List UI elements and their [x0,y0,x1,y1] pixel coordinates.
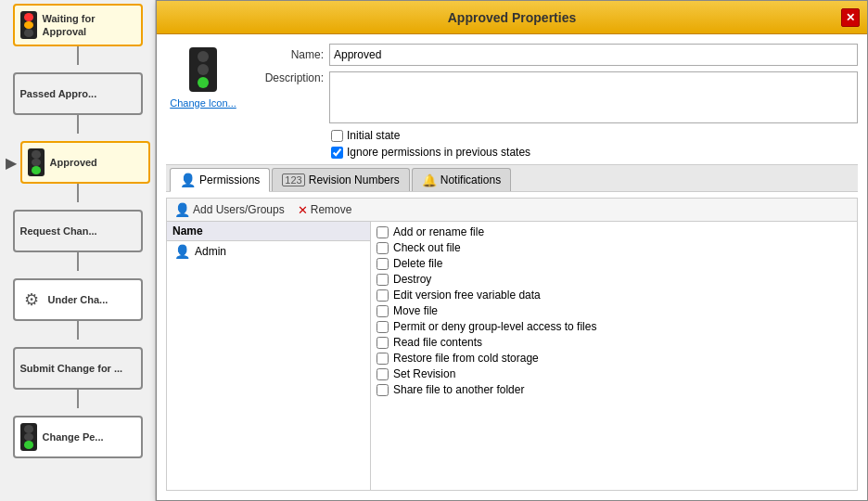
workflow-node-approved[interactable]: Approved [20,141,150,184]
submit-change-label: Submit Change for ... [20,362,123,375]
approved-label: Approved [50,156,97,169]
perm-edit-version-checkbox[interactable] [377,289,389,302]
workflow-item-under[interactable]: ⚙ Under Cha... [0,275,155,343]
permissions-body: Name 👤 Admin Add or rename file Check ou… [167,222,857,490]
admin-user-label: Admin [195,245,226,258]
workflow-node-change-pe[interactable]: Change Pe... [13,416,143,458]
permissions-tab-content: 👤 Add Users/Groups ✕ Remove Name 👤 Admin [166,198,858,491]
checkboxes-section: Initial state Ignore permissions in prev… [249,129,858,159]
perm-permit-deny-checkbox[interactable] [377,321,389,333]
add-users-icon: 👤 [174,202,190,217]
tab-permissions[interactable]: 👤 Permissions [170,168,270,192]
revision-tab-label: Revision Numbers [309,173,400,186]
perm-checkout-label: Check out file [393,241,461,254]
perm-destroy-checkbox[interactable] [377,274,389,286]
initial-state-label: Initial state [347,129,400,142]
workflow-node-passed[interactable]: Passed Appro... [13,72,143,115]
perm-share: Share file to another folder [377,383,851,396]
workflow-item-submit[interactable]: Submit Change for ... [0,343,155,412]
form-top: Change Icon... Name: Description: Initia… [166,44,858,159]
workflow-node-under[interactable]: ⚙ Under Cha... [13,278,143,321]
perm-share-checkbox[interactable] [377,384,389,396]
state-icon-large [189,47,217,92]
perm-edit-version-label: Edit version free variable data [393,289,541,302]
revision-tab-icon: 123 [282,173,304,186]
dialog-title: Approved Properties [183,10,841,25]
change-pe-label: Change Pe... [43,430,104,443]
perm-checkout-checkbox[interactable] [377,242,389,254]
traffic-light-green2-icon [20,423,37,451]
add-users-btn[interactable]: 👤 Add Users/Groups [174,202,285,217]
perm-edit-version: Edit version free variable data [377,289,851,302]
workflow-node-waiting[interactable]: Waiting forApproval [13,4,143,46]
initial-state-checkbox[interactable] [331,130,343,142]
users-list: Name 👤 Admin [167,222,371,490]
add-users-label: Add Users/Groups [193,203,285,216]
permissions-tab-label: Permissions [199,173,260,186]
gear-icon: ⚙ [20,289,43,311]
description-label: Description: [249,71,324,84]
description-textarea[interactable] [329,71,858,123]
user-item-admin[interactable]: 👤 Admin [167,241,370,262]
perm-destroy-label: Destroy [393,273,431,286]
workflow-item-passed[interactable]: Passed Appro... [0,69,155,137]
close-button[interactable]: ✕ [841,8,860,27]
perm-delete-label: Delete file [393,257,442,270]
description-field-row: Description: [249,71,858,123]
perm-permit-deny-label: Permit or deny group-level access to fil… [393,320,596,333]
workflow-node-request[interactable]: Request Chan... [13,210,143,252]
connector [77,252,79,271]
perm-delete-checkbox[interactable] [377,258,389,270]
bell-icon: 🔔 [422,173,437,187]
form-fields: Name: Description: Initial state Ignore … [249,44,858,159]
connector [77,184,79,202]
users-list-header: Name [167,222,370,241]
passed-approval-label: Passed Appro... [20,87,97,100]
tab-notifications[interactable]: 🔔 Notifications [412,168,511,191]
perm-restore-checkbox[interactable] [377,353,389,365]
name-input[interactable] [329,44,858,66]
perm-checkout: Check out file [377,241,851,254]
notifications-tab-label: Notifications [440,173,501,186]
perm-read-checkbox[interactable] [377,337,389,349]
perm-add-rename: Add or rename file [377,225,851,238]
ignore-permissions-row: Ignore permissions in previous states [331,146,858,159]
workflow-node-submit[interactable]: Submit Change for ... [13,347,143,390]
perm-read-label: Read file contents [393,336,482,349]
ignore-permissions-checkbox[interactable] [331,147,343,159]
perm-read: Read file contents [377,336,851,349]
perm-move: Move file [377,304,851,317]
tabs-bar: 👤 Permissions 123 Revision Numbers 🔔 Not… [166,164,858,192]
perm-set-revision: Set Revision [377,367,851,380]
workflow-item-change-pe[interactable]: Change Pe... [0,412,155,462]
icon-section: Change Icon... [166,44,240,159]
perm-set-revision-checkbox[interactable] [377,368,389,380]
remove-icon: ✕ [298,203,308,217]
name-field-row: Name: [249,44,858,66]
perm-add-rename-checkbox[interactable] [377,226,389,238]
perm-move-checkbox[interactable] [377,305,389,317]
connector [77,390,79,408]
arrow-icon: ▶ [6,154,17,172]
perm-add-rename-label: Add or rename file [393,225,484,238]
dialog-titlebar: Approved Properties ✕ [157,1,867,34]
permissions-toolbar: 👤 Add Users/Groups ✕ Remove [167,199,857,222]
traffic-light-icon [20,11,37,39]
workflow-item-request[interactable]: Request Chan... [0,206,155,275]
name-label: Name: [249,48,324,61]
perm-delete: Delete file [377,257,851,270]
perm-permit-deny: Permit or deny group-level access to fil… [377,320,851,333]
perm-destroy: Destroy [377,273,851,286]
connector [77,115,79,134]
admin-user-icon: 👤 [174,244,190,259]
change-icon-link[interactable]: Change Icon... [170,97,236,109]
remove-btn[interactable]: ✕ Remove [298,203,352,217]
tab-revision-numbers[interactable]: 123 Revision Numbers [272,168,409,191]
permissions-list: Add or rename file Check out file Delete… [371,222,857,490]
workflow-sidebar: Waiting forApproval Passed Appro... ▶ Ap… [0,0,156,501]
perm-restore: Restore file from cold storage [377,352,851,365]
workflow-item-approved[interactable]: ▶ Approved [0,137,155,206]
workflow-item-waiting[interactable]: Waiting forApproval [0,0,155,69]
connector [77,321,79,340]
approved-properties-dialog: Approved Properties ✕ Change Icon... Nam… [156,0,868,501]
